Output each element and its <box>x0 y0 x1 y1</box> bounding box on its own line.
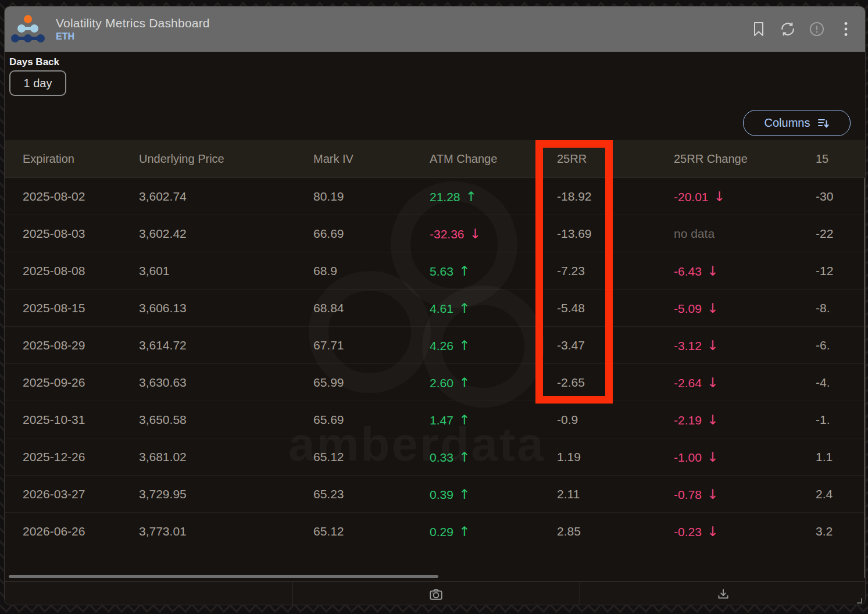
toolbar-section-right <box>580 582 866 605</box>
cell-underlying-price: 3,681.02 <box>139 450 313 464</box>
column-header-atm-change[interactable]: ATM Change <box>430 152 557 166</box>
down-arrow-icon: ↓ <box>707 375 718 390</box>
cell-expiration: 2025-08-15 <box>23 301 139 315</box>
cell-25rr: -5.48 <box>557 301 674 315</box>
cell-expiration: 2025-08-08 <box>23 264 139 278</box>
column-header-underlying-price[interactable]: Underlying Price <box>139 152 313 166</box>
horizontal-scrollbar[interactable] <box>9 575 438 578</box>
up-arrow-icon: ↑ <box>459 263 470 279</box>
table-row: 2025-09-26 3,630.63 65.99 2.60↑ -2.65 -2… <box>5 364 866 401</box>
table-header: Expiration Underlying Price Mark IV ATM … <box>5 140 866 178</box>
cell-underlying-price: 3,614.72 <box>139 338 313 352</box>
camera-icon[interactable] <box>428 587 444 602</box>
cell-underlying-price: 3,729.95 <box>139 487 313 501</box>
cell-expiration: 2025-10-31 <box>23 413 139 427</box>
table-row: 2025-08-15 3,606.13 68.84 4.61↑ -5.48 -5… <box>5 290 866 327</box>
cell-25rr: -2.65 <box>557 376 674 390</box>
cell-25rr: 2.85 <box>557 524 674 538</box>
cell-atm-change: 0.33↑ <box>430 449 557 465</box>
resize-handle-icon[interactable] <box>855 596 863 604</box>
cell-25rr-change: -3.12↓ <box>674 338 816 353</box>
cell-expiration: 2025-08-02 <box>23 190 139 204</box>
cell-25rr: -18.92 <box>557 190 674 204</box>
more-menu-icon[interactable] <box>838 22 853 37</box>
cell-expiration: 2025-12-26 <box>23 450 139 464</box>
table-body: 2025-08-02 3,602.74 80.19 21.28↑ -18.92 … <box>5 178 866 550</box>
cell-atm-change: 0.39↑ <box>430 487 557 502</box>
cell-atm-change: 21.28↑ <box>430 189 557 204</box>
up-arrow-icon: ↑ <box>459 301 470 316</box>
screen: Volatility Metrics Dashboard ETH <box>0 0 868 614</box>
down-arrow-icon: ↓ <box>707 412 718 427</box>
column-header-clipped[interactable]: 15 <box>816 152 865 166</box>
table-row: 2025-10-31 3,650.58 65.69 1.47↑ -0.9 -2.… <box>5 401 866 438</box>
cell-25rr: 2.11 <box>557 487 674 501</box>
amberdata-logo-icon <box>9 15 47 44</box>
cell-atm-change: 4.26↑ <box>430 338 557 353</box>
table-row: 2025-08-02 3,602.74 80.19 21.28↑ -18.92 … <box>5 178 866 215</box>
column-header-25rr-change[interactable]: 25RR Change <box>674 152 816 166</box>
down-arrow-icon: ↓ <box>707 449 718 465</box>
cell-atm-change: -32.36↓ <box>430 226 557 241</box>
down-arrow-icon: ↓ <box>707 487 718 502</box>
cell-mark-iv: 68.9 <box>313 264 430 278</box>
columns-button-label: Columns <box>765 116 810 130</box>
cell-25rr: -13.69 <box>557 227 674 241</box>
cell-25rr: 1.19 <box>557 450 674 464</box>
cell-25rr: -3.47 <box>557 338 674 352</box>
sort-columns-icon <box>817 117 829 129</box>
cell-clipped: -12 <box>816 264 865 278</box>
column-header-expiration[interactable]: Expiration <box>23 152 139 166</box>
cell-mark-iv: 66.69 <box>313 227 430 241</box>
cell-underlying-price: 3,601 <box>139 264 313 278</box>
cell-clipped: -6. <box>816 338 865 352</box>
cell-underlying-price: 3,602.74 <box>139 190 313 204</box>
toolbar-section-middle <box>292 582 580 605</box>
down-arrow-icon: ↓ <box>707 263 718 279</box>
up-arrow-icon: ↑ <box>459 449 470 465</box>
column-header-mark-iv[interactable]: Mark IV <box>313 152 430 166</box>
column-header-25rr[interactable]: 25RR <box>557 152 674 166</box>
cell-clipped: -1. <box>816 413 865 427</box>
down-arrow-icon: ↓ <box>707 301 718 316</box>
alert-icon[interactable] <box>809 22 824 37</box>
cell-clipped: 1.1 <box>816 450 865 464</box>
vertical-scrollbar[interactable] <box>864 178 865 578</box>
asset-label: ETH <box>56 31 210 42</box>
down-arrow-icon: ↓ <box>714 189 725 204</box>
up-arrow-icon: ↑ <box>459 524 470 539</box>
columns-button[interactable]: Columns <box>743 110 851 136</box>
cell-clipped: -30 <box>816 190 865 204</box>
cell-mark-iv: 68.84 <box>313 301 430 315</box>
days-back-value: 1 day <box>24 77 52 90</box>
down-arrow-icon: ↓ <box>707 338 718 353</box>
dashboard-card: Volatility Metrics Dashboard ETH <box>4 6 866 605</box>
cell-mark-iv: 65.12 <box>313 524 430 538</box>
up-arrow-icon: ↑ <box>459 375 470 390</box>
cell-atm-change: 2.60↑ <box>430 375 557 390</box>
cell-25rr-change: -2.64↓ <box>674 375 816 390</box>
table-row: 2025-12-26 3,681.02 65.12 0.33↑ 1.19 -1.… <box>5 438 866 476</box>
download-icon[interactable] <box>716 587 731 602</box>
cell-clipped: -22 <box>816 227 865 241</box>
cell-25rr-change: -5.09↓ <box>674 301 816 316</box>
cell-mark-iv: 65.12 <box>313 450 430 464</box>
cell-underlying-price: 3,602.42 <box>139 227 313 241</box>
bookmark-icon[interactable] <box>751 22 766 37</box>
up-arrow-icon: ↑ <box>466 189 477 204</box>
cell-atm-change: 1.47↑ <box>430 412 557 427</box>
up-arrow-icon: ↑ <box>459 412 470 427</box>
cell-expiration: 2026-06-26 <box>23 524 139 538</box>
title-bar: Volatility Metrics Dashboard ETH <box>5 6 865 52</box>
cell-25rr: -0.9 <box>557 413 674 427</box>
cell-expiration: 2025-09-26 <box>23 376 139 390</box>
cell-clipped: 2.4 <box>816 487 865 501</box>
refresh-icon[interactable] <box>780 22 795 37</box>
days-back-button[interactable]: 1 day <box>9 70 66 96</box>
cell-atm-change: 5.63↑ <box>430 263 557 279</box>
up-arrow-icon: ↑ <box>459 338 470 353</box>
table-row: 2025-08-29 3,614.72 67.71 4.26↑ -3.47 -3… <box>5 327 866 364</box>
down-arrow-icon: ↓ <box>707 524 718 539</box>
cell-mark-iv: 65.23 <box>313 487 430 501</box>
cell-mark-iv: 80.19 <box>313 190 430 204</box>
